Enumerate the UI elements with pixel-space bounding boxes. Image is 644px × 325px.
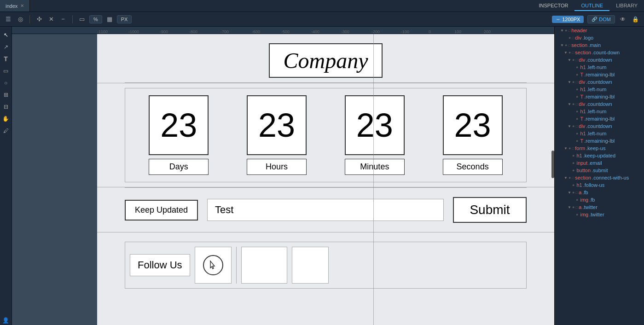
separator-1	[29, 15, 30, 23]
cross-icon[interactable]: ✕	[46, 15, 56, 24]
tab-close-icon[interactable]: ✕	[20, 3, 24, 8]
tree-form-keep[interactable]: ▼ ● □ form .keep-us	[555, 145, 644, 152]
move-icon[interactable]: ✣	[35, 15, 44, 24]
tree-count-down[interactable]: ▼ ● □ section .count-down	[555, 49, 644, 56]
tree-t-remaining-4[interactable]: ● T .remaining-lbl	[555, 137, 644, 145]
countdown-inner: 23 Days 23 Hours	[125, 88, 527, 182]
tree-countdown-4[interactable]: ▼ ● □ div .countdown	[555, 122, 644, 130]
select-tool[interactable]: ↖	[1, 30, 11, 40]
tree-logo[interactable]: ● □ div .logo	[555, 34, 644, 41]
component-tool[interactable]: ⊞	[1, 90, 11, 99]
tree-a-twitter[interactable]: ▼ ● □ a .twitter	[555, 203, 644, 211]
minutes-box: 23	[345, 95, 405, 155]
index-tab[interactable]: index ✕	[0, 0, 30, 12]
ruler-mark: -700	[220, 29, 229, 34]
submit-button[interactable]: Submit	[453, 197, 527, 223]
text-tool[interactable]: T	[1, 54, 11, 64]
tree-header[interactable]: ▼ ● □ header	[555, 27, 644, 34]
cursor-icon	[208, 260, 218, 270]
tree-a-fb[interactable]: ▼ ● □ a .fb	[555, 189, 644, 196]
ruler-mark: 200	[484, 29, 491, 34]
keep-updated-button[interactable]: Keep Updated	[125, 200, 198, 221]
panel-tabs: INSPECTOR OUTLINE LIBRARY	[532, 1, 644, 11]
user-icon[interactable]: 👤	[1, 316, 11, 325]
facebook-icon-box[interactable]	[195, 247, 232, 284]
px-pill[interactable]: PX	[117, 15, 132, 23]
ruler-top: -1100 -1000 -900 -800 -700 -600 -500 -40…	[12, 27, 554, 34]
tab-inspector[interactable]: INSPECTOR	[532, 1, 574, 11]
left-sidebar: ↖ ↗ T ▭ ○ ⊞ ⊟ ✋ 🖊 👤	[0, 27, 12, 325]
twitter-box[interactable]	[241, 247, 287, 284]
facebook-circle	[203, 255, 223, 275]
tree-h1-left-num-4[interactable]: ● h1 .left-num	[555, 130, 644, 137]
rect-tool[interactable]: ▭	[1, 66, 11, 75]
grid-icon[interactable]: ▦	[105, 15, 114, 24]
tab-area: index ✕	[0, 0, 30, 12]
resize-handle[interactable]	[551, 151, 554, 178]
tree-section-connect[interactable]: ▼ ● □ section .connect-with-us	[555, 174, 644, 181]
email-input[interactable]: Test	[207, 199, 444, 221]
countdown-minutes: 23 Minutes	[345, 95, 405, 175]
tree-input-email[interactable]: ● input .email	[555, 159, 644, 167]
arrow-tool[interactable]: ↗	[1, 42, 11, 52]
circle-icon[interactable]: ◎	[16, 15, 25, 24]
tree-h1-left-num-2[interactable]: ● h1 .left-num	[555, 86, 644, 93]
tree-img-fb[interactable]: ● img .fb	[555, 196, 644, 203]
seconds-label: Seconds	[443, 159, 503, 175]
ruler-mark: -1000	[128, 29, 139, 34]
tree-t-remaining-1[interactable]: ● T .remaining-lbl	[555, 71, 644, 78]
page-area: Company 23 Days	[97, 34, 554, 325]
size-pill[interactable]: ↔ 1200PX	[552, 16, 584, 23]
tab-outline[interactable]: OUTLINE	[574, 1, 609, 11]
days-box: 23	[149, 95, 209, 155]
tree-t-remaining-2[interactable]: ● T .remaining-lbl	[555, 93, 644, 100]
ruler-mark: -800	[189, 29, 197, 34]
canvas-content[interactable]: Company 23 Days	[12, 34, 554, 325]
canvas-area[interactable]: -1100 -1000 -900 -800 -700 -600 -500 -40…	[12, 27, 554, 325]
ellipse-tool[interactable]: ○	[1, 78, 11, 87]
hamburger-icon[interactable]: ☰	[4, 15, 13, 24]
tab-library[interactable]: LIBRARY	[609, 1, 644, 11]
tree-h1-follow[interactable]: ● h1 .follow-us	[555, 181, 644, 189]
tree-h1-left-num-1[interactable]: ● h1 .left-num	[555, 64, 644, 71]
dom-pill[interactable]: 🔗 DOM	[587, 15, 615, 23]
extra-social-box[interactable]	[292, 247, 329, 284]
form-section: Keep Updated Test Submit	[97, 188, 554, 232]
tree-countdown-3[interactable]: ▼ ● □ div .countdown	[555, 100, 644, 108]
eye-icon[interactable]: 👁	[619, 16, 627, 23]
minutes-value: 23	[356, 106, 393, 144]
visibility-icon[interactable]: ●	[565, 28, 567, 33]
minus-icon[interactable]: −	[58, 15, 68, 24]
ruler-mark: -600	[252, 29, 260, 34]
main-layout: ↖ ↗ T ▭ ○ ⊞ ⊟ ✋ 🖊 👤 -1100 -1000 -900 -80…	[0, 27, 644, 325]
hand-tool[interactable]: ✋	[1, 114, 11, 123]
guideline-vertical	[373, 34, 374, 325]
tree-section-main[interactable]: ▼ ● □ section .main	[555, 41, 644, 49]
social-inner: Follow Us	[125, 242, 527, 289]
top-bar: index ✕ INSPECTOR OUTLINE LIBRARY	[0, 0, 644, 12]
days-value: 23	[160, 106, 197, 144]
tree-button-submit[interactable]: ● button .submit	[555, 167, 644, 174]
ruler-mark: -1100	[97, 29, 108, 34]
tree-h1-keep[interactable]: ● h1 .keep-updated	[555, 152, 644, 159]
hours-label: Hours	[247, 159, 307, 175]
lock-icon[interactable]: 🔒	[631, 16, 640, 23]
tree-countdown-1[interactable]: ▼ ● □ div .countdown	[555, 56, 644, 64]
toolbar-right: ↔ 1200PX 🔗 DOM 👁 🔒	[552, 15, 640, 23]
eyedropper-tool[interactable]: 🖊	[1, 126, 11, 135]
tree-img-twitter[interactable]: ● img .twitter	[555, 211, 644, 218]
toolbar: ☰ ◎ ✣ ✕ − ▭ % ▦ PX ↔ 1200PX 🔗 DOM 👁 🔒	[0, 12, 644, 27]
tree-countdown-2[interactable]: ▼ ● □ div .countdown	[555, 78, 644, 86]
minutes-label: Minutes	[345, 159, 405, 175]
tree-t-remaining-3[interactable]: ● T .remaining-lbl	[555, 115, 644, 122]
tree-h1-left-num-3[interactable]: ● h1 .left-num	[555, 108, 644, 115]
divider-v	[236, 247, 237, 284]
grid-tool[interactable]: ⊟	[1, 102, 11, 111]
percent-pill[interactable]: %	[89, 15, 102, 23]
frame-icon[interactable]: ▭	[77, 15, 87, 24]
separator-2	[72, 15, 73, 23]
ruler-mark: -900	[160, 29, 168, 34]
mockup: Company 23 Days	[97, 34, 554, 298]
hours-value: 23	[258, 106, 295, 144]
countdown-hours: 23 Hours	[247, 95, 307, 175]
